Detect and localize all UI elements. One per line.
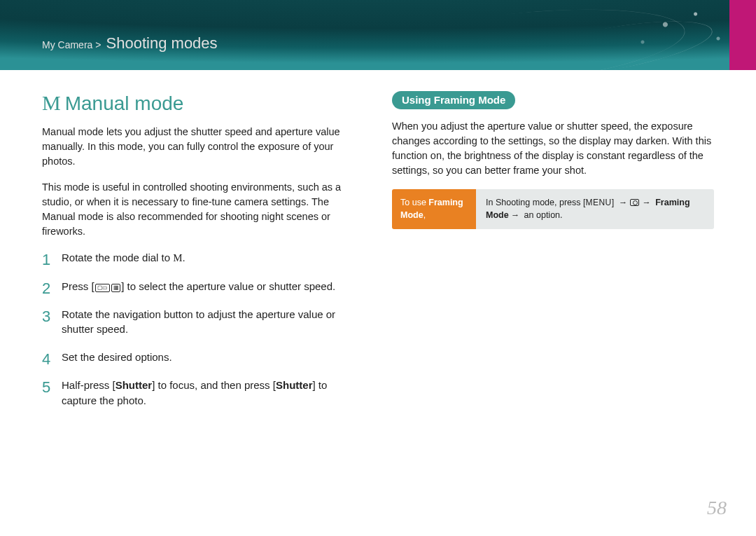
arrow-icon: → — [619, 198, 628, 207]
framing-para: When you adjust the aperture value or sh… — [392, 119, 714, 178]
intro-para-2: This mode is useful in controlled shooti… — [42, 180, 364, 239]
intro-para-1: Manual mode lets you adjust the shutter … — [42, 125, 364, 169]
right-column: Using Framing Mode When you adjust the a… — [392, 91, 714, 420]
grid-button-icon: ▦ — [111, 284, 121, 292]
step-2: Press [▢▭▦] to select the aperture value… — [42, 279, 364, 294]
chapter-tab — [729, 0, 756, 70]
tip-label: To use Framing Mode, — [392, 189, 476, 229]
arrow-icon: → — [511, 210, 520, 220]
mode-m-icon: M — [173, 252, 182, 263]
header-band: My Camera > Shooting modes — [0, 0, 756, 70]
breadcrumb-title: Shooting modes — [106, 34, 218, 52]
section-title-text: Manual mode — [65, 92, 184, 114]
display-button-icon: ▢▭ — [95, 284, 110, 292]
arrow-icon: → — [642, 198, 651, 207]
breadcrumb: My Camera > Shooting modes — [42, 34, 218, 53]
menu-button-icon: MENU — [585, 198, 611, 207]
breadcrumb-parent: My Camera > — [42, 39, 101, 50]
section-title: MManual mode — [42, 91, 364, 115]
content-area: MManual mode Manual mode lets you adjust… — [0, 70, 756, 420]
camera-icon — [630, 199, 639, 206]
mode-letter-icon: M — [42, 91, 61, 115]
tip-content: In Shooting mode, press [MENU] →→ Framin… — [476, 189, 714, 229]
step-1: Rotate the mode dial to M. — [42, 250, 364, 266]
left-column: MManual mode Manual mode lets you adjust… — [42, 91, 364, 420]
page-number: 58 — [707, 497, 727, 519]
subsection-pill: Using Framing Mode — [392, 91, 515, 109]
step-4: Set the desired options. — [42, 350, 364, 365]
step-3: Rotate the navigation button to adjust t… — [42, 307, 364, 338]
tip-box: To use Framing Mode, In Shooting mode, p… — [392, 189, 714, 229]
procedure-list: Rotate the mode dial to M. Press [▢▭▦] t… — [42, 250, 364, 408]
step-5: Half-press [Shutter] to focus, and then … — [42, 378, 364, 408]
